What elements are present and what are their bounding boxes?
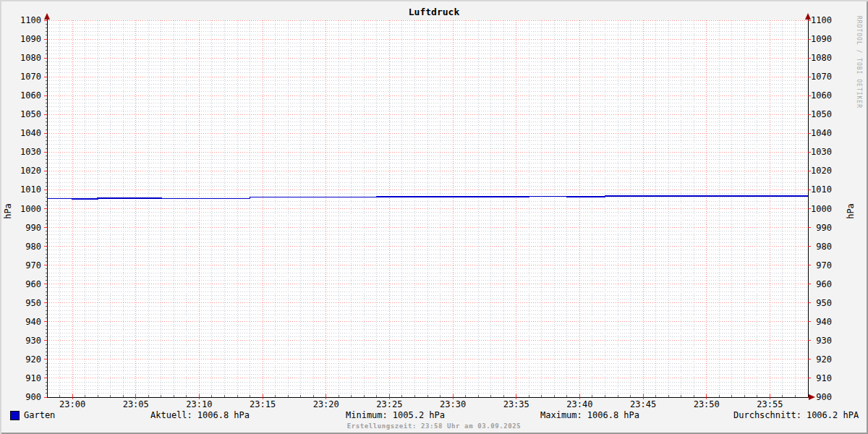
x-tick-label: 23:10: [186, 399, 212, 409]
y-tick-label: 1070: [20, 72, 41, 82]
y-tick-label: 950: [25, 298, 41, 308]
y-tick-label: 900: [25, 392, 41, 402]
y-tick-label: 930: [816, 336, 832, 346]
y-tick-label: 920: [816, 354, 832, 365]
legend-stats-row: Garten Aktuell:1006.8 hPa Minimum:1005.2…: [0, 410, 868, 422]
y-tick-label: 1060: [811, 90, 832, 101]
chart-canvas: 9009109209309409509609709809901000101010…: [0, 0, 868, 434]
y-tick-label: 1060: [20, 90, 41, 101]
y-tick-label: 950: [816, 298, 832, 308]
x-tick-label: 23:45: [630, 399, 656, 409]
stat-durchschnitt: Durchschnitt:1006.2 hPA: [733, 410, 859, 420]
x-tick-label: 23:25: [376, 399, 402, 409]
y-tick-label: 1000: [20, 204, 41, 214]
creation-timestamp: Erstellungszeit: 23:58 Uhr am 03.09.2025: [0, 422, 868, 430]
y-tick-label: 970: [25, 260, 41, 271]
y-tick-label: 1000: [811, 204, 832, 214]
x-tick-label: 23:15: [250, 399, 276, 409]
stat-minimum-value: 1005.2 hPa: [393, 410, 445, 420]
x-tick-label: 23:05: [123, 399, 149, 409]
x-tick-label: 23:30: [440, 399, 466, 409]
y-tick-label: 960: [25, 279, 41, 289]
y-tick-label: 900: [816, 392, 832, 402]
x-tick-label: 23:20: [313, 399, 339, 409]
y-tick-label: 1040: [20, 128, 41, 138]
stat-minimum-label: Minimum:: [346, 410, 388, 420]
axis-arrow-right: [809, 394, 815, 400]
y-tick-label: 1080: [811, 53, 832, 63]
y-tick-label: 1090: [20, 34, 41, 44]
x-tick-label: 23:55: [757, 399, 783, 409]
x-tick-label: 23:35: [503, 399, 529, 409]
y-tick-label: 970: [816, 260, 832, 271]
stat-durchschnitt-label: Durchschnitt:: [733, 410, 801, 420]
chart-title: Luftdruck: [0, 7, 868, 17]
y-tick-label: 990: [816, 223, 832, 233]
legend-color-swatch: [10, 411, 20, 420]
y-axis-label-left: hPa: [3, 200, 13, 222]
stat-maximum-value: 1006.8 hPa: [587, 410, 639, 420]
y-tick-label: 1030: [811, 147, 832, 157]
y-tick-label: 910: [816, 373, 832, 383]
y-tick-label: 1040: [811, 128, 832, 138]
y-tick-label: 980: [816, 242, 832, 252]
y-tick-label: 930: [25, 336, 41, 346]
y-tick-label: 1020: [811, 166, 832, 176]
y-tick-label: 1050: [20, 109, 41, 119]
x-tick-label: 23:50: [694, 399, 720, 409]
legend-label: Garten: [24, 410, 55, 420]
rrdtool-watermark: RRDTOOL / TOBI OETIKER: [856, 16, 862, 109]
y-tick-label: 1010: [20, 184, 41, 195]
y-tick-label: 1090: [811, 34, 832, 44]
x-tick-labels: 23:0023:0523:1023:1523:2023:2523:3023:35…: [59, 399, 783, 409]
y-tick-label: 1070: [811, 72, 832, 82]
y-tick-label: 1010: [811, 184, 832, 195]
y-tick-labels-right: 9009109209309409509609709809901000101010…: [811, 15, 832, 402]
stat-aktuell-label: Aktuell:: [150, 410, 192, 420]
y-tick-label: 980: [25, 242, 41, 252]
y-tick-labels-left: 9009109209309409509609709809901000101010…: [20, 15, 41, 402]
stat-aktuell-value: 1006.8 hPa: [197, 410, 250, 420]
stat-durchschnitt-value: 1006.2 hPA: [807, 410, 859, 420]
y-tick-label: 1020: [20, 166, 41, 176]
stat-minimum: Minimum:1005.2 hPa: [346, 410, 445, 420]
y-tick-label: 960: [816, 279, 832, 289]
y-tick-label: 990: [25, 223, 41, 233]
y-tick-label: 1050: [811, 109, 832, 119]
y-tick-label: 1030: [20, 147, 41, 157]
y-tick-label: 920: [25, 354, 41, 365]
y-tick-label: 1080: [20, 53, 41, 63]
stat-maximum-label: Maximum:: [540, 410, 582, 420]
y-tick-label: 940: [25, 317, 41, 327]
stat-maximum: Maximum:1006.8 hPa: [540, 410, 639, 420]
x-tick-label: 23:00: [59, 399, 85, 409]
x-tick-label: 23:40: [566, 399, 592, 409]
stat-aktuell: Aktuell:1006.8 hPa: [150, 410, 250, 420]
rrdtool-graph: 9009109209309409509609709809901000101010…: [0, 0, 868, 434]
y-tick-label: 940: [816, 317, 832, 327]
y-axis-label-right: hPa: [846, 200, 856, 222]
legend-item-garten: Garten: [10, 410, 55, 420]
y-tick-label: 910: [25, 373, 41, 383]
